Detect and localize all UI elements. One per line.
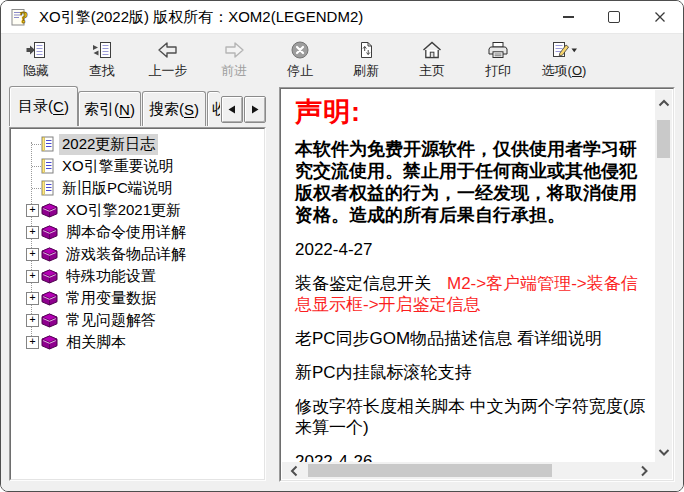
license-notice: 本软件为免费开源软件，仅供使用者学习研究交流使用。禁止用于任何商业或其他侵犯版权… (295, 138, 647, 226)
minimize-button[interactable] (545, 1, 591, 33)
topic-document: 声明: 本软件为免费开源软件，仅供使用者学习研究交流使用。禁止用于任何商业或其他… (282, 90, 655, 462)
changelog-date: 2022-4-26 (295, 451, 647, 462)
maximize-button[interactable] (591, 1, 637, 33)
home-icon (421, 39, 443, 60)
toolbar-button-forward: 前进 (201, 36, 267, 82)
tree-connector-stub (32, 144, 41, 145)
stop-icon (290, 39, 310, 60)
tab-favorites[interactable]: 收 (207, 91, 220, 126)
expand-plus-icon[interactable]: + (26, 314, 39, 327)
changelog-date: 2022-4-27 (295, 239, 647, 260)
tree-item[interactable]: +游戏装备物品详解 (11, 243, 264, 265)
toolbar-button-back[interactable]: 上一步 (135, 36, 201, 82)
entry-label: 装备鉴定信息开关 (295, 274, 431, 293)
toolbar-button-label: 打印 (485, 62, 511, 80)
book-icon (41, 269, 58, 284)
changelog-entry: 修改字符长度相关脚本 中文为两个字符宽度(原来算一个) (295, 396, 647, 438)
svg-text:?: ? (20, 9, 28, 26)
tree-item[interactable]: +脚本命令使用详解 (11, 221, 264, 243)
close-button[interactable] (637, 1, 683, 33)
scroll-right-button[interactable] (635, 462, 652, 479)
expand-plus-icon[interactable]: + (26, 204, 39, 217)
toolbar-button-label: 前进 (221, 62, 247, 80)
vertical-scroll-thumb[interactable] (657, 120, 670, 158)
tab-search[interactable]: 搜索(S) (142, 91, 206, 126)
chevron-left-icon (289, 465, 299, 477)
tree-item-label: 脚本命令使用详解 (63, 222, 189, 243)
chevron-right-icon (639, 465, 649, 477)
minimize-icon (563, 16, 574, 18)
expand-plus-icon[interactable]: + (26, 226, 39, 239)
toolbar-button-print[interactable]: 打印 (465, 36, 531, 82)
tree-item-label: 新旧版PC端说明 (59, 178, 176, 199)
toolbar-button-label: 刷新 (353, 62, 379, 80)
toolbar-button-stop[interactable]: 停止 (267, 36, 333, 82)
tree-item[interactable]: +XO引擎2021更新 (11, 199, 264, 221)
toolbar-button-label: 上一步 (149, 62, 188, 80)
tree-item[interactable]: +相关脚本 (11, 331, 264, 353)
tree-connector-stub (32, 188, 41, 189)
changelog-entry: 新PC内挂鼠标滚轮支持 (295, 362, 647, 383)
title-bar: ? XO引擎(2022版) 版权所有：XOM2(LEGENDM2) (1, 1, 683, 33)
toolbar-button-label: 隐藏 (23, 62, 49, 80)
vertical-scrollbar[interactable] (655, 90, 672, 462)
expand-plus-icon[interactable]: + (26, 292, 39, 305)
scroll-down-button[interactable] (655, 443, 672, 460)
tree-item[interactable]: XO引擎重要说明 (11, 155, 264, 177)
hide-pane-icon (25, 39, 47, 60)
toolbar-button-find[interactable]: 查找 (69, 36, 135, 82)
page-icon (41, 158, 54, 174)
expand-plus-icon[interactable]: + (26, 270, 39, 283)
tree-item-label: 常见问题解答 (63, 310, 159, 331)
book-icon (41, 335, 58, 350)
tree-item[interactable]: +特殊功能设置 (11, 265, 264, 287)
changelog-entry: 老PC同步GOM物品描述信息 看详细说明 (295, 328, 647, 349)
contents-tree-pane: 2022更新日志XO引擎重要说明新旧版PC端说明+XO引擎2021更新+脚本命令… (9, 127, 266, 481)
horizontal-scroll-thumb[interactable] (308, 464, 552, 477)
tree-item[interactable]: 新旧版PC端说明 (11, 177, 264, 199)
tree-item[interactable]: +常用变量数据 (11, 287, 264, 309)
page-icon (41, 180, 54, 196)
toolbar-button-label: 主页 (419, 62, 445, 80)
toolbar-button-label: 停止 (287, 62, 313, 80)
expand-plus-icon[interactable]: + (26, 336, 39, 349)
triangle-right-icon (251, 105, 259, 114)
main-area: 目录(C)索引(N)搜索(S)收 2022更新日志XO引擎重要说明新旧版PC端说… (1, 84, 683, 491)
tree-item-label: 常用变量数据 (63, 288, 159, 309)
book-icon (41, 313, 58, 328)
close-icon (654, 11, 666, 23)
tree-item-label: 特殊功能设置 (63, 266, 159, 287)
tree-item[interactable]: 2022更新日志 (11, 133, 264, 155)
horizontal-scrollbar[interactable] (282, 462, 655, 479)
tree-item[interactable]: +常见问题解答 (11, 309, 264, 331)
print-icon (487, 39, 509, 60)
tree-item-label: 游戏装备物品详解 (63, 244, 189, 265)
toolbar-button-label: 查找 (89, 62, 115, 80)
toolbar-button-label: 选项(O) (542, 62, 587, 80)
toolbar-button-home[interactable]: 主页 (399, 36, 465, 82)
tab-scroll-right-button[interactable] (244, 96, 266, 123)
forward-arrow-icon (222, 39, 246, 60)
toolbar-button-refresh[interactable]: 刷新 (333, 36, 399, 82)
triangle-left-icon (228, 105, 236, 114)
tab-index[interactable]: 索引(N) (78, 91, 141, 126)
scroll-left-button[interactable] (285, 462, 302, 479)
help-book-icon: ? (11, 8, 31, 27)
find-icon (91, 39, 113, 60)
book-icon (41, 247, 58, 262)
scroll-up-button[interactable] (655, 94, 672, 111)
scrollbar-corner (655, 462, 672, 479)
tree-item-label: 2022更新日志 (59, 134, 158, 155)
window-controls (545, 1, 683, 33)
tab-scroll-left-button[interactable] (221, 96, 243, 123)
tree-item-label: XO引擎2021更新 (63, 200, 184, 221)
expand-plus-icon[interactable]: + (26, 248, 39, 261)
toolbar-button-hide[interactable]: 隐藏 (3, 36, 69, 82)
tree-connector-stub (32, 166, 41, 167)
tree-item-label: 相关脚本 (63, 332, 129, 353)
toolbar-button-options[interactable]: 选项(O) (531, 36, 597, 82)
book-icon (41, 203, 58, 218)
window-title: XO引擎(2022版) 版权所有：XOM2(LEGENDM2) (39, 8, 363, 27)
tab-contents[interactable]: 目录(C) (9, 86, 78, 126)
contents-tree: 2022更新日志XO引擎重要说明新旧版PC端说明+XO引擎2021更新+脚本命令… (11, 129, 264, 479)
